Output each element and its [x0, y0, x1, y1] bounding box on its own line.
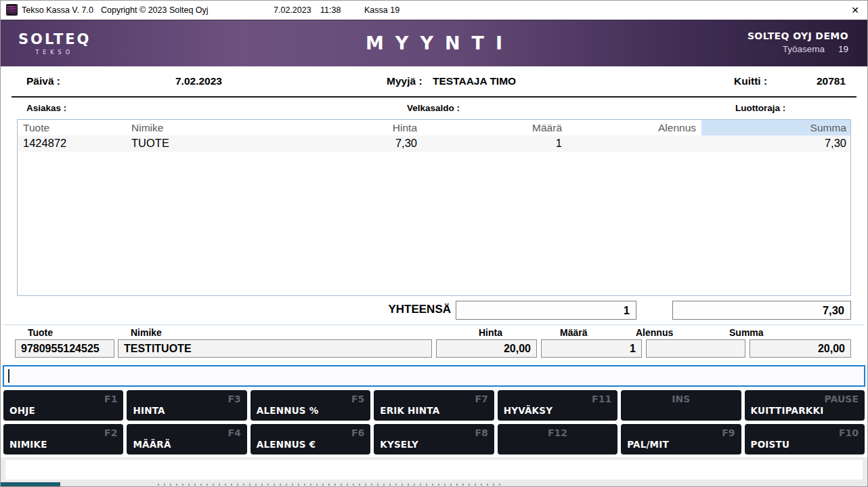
page-title: MYYNTI — [1, 33, 867, 54]
alennus-euro-button[interactable]: ALENNUS € F6 — [251, 424, 370, 454]
total-quantity-box: 1 — [456, 301, 636, 320]
col-header-nimike: Nimike — [126, 120, 297, 135]
background-window-edge — [1, 482, 60, 486]
workstation-label: Työasema — [783, 44, 825, 54]
totals-label: YHTEENSÄ — [380, 303, 451, 316]
app-header: SOLTEQ TEKSO MYYNTI SOLTEQ OYJ DEMO Työa… — [1, 20, 867, 66]
alennus-input[interactable] — [646, 339, 745, 358]
seller-label: Myyjä : — [387, 75, 422, 87]
footer-panel — [5, 460, 863, 480]
company-name: SOLTEQ OYJ DEMO — [747, 30, 848, 41]
erik-hinta-button[interactable]: ERIK HINTA F7 — [374, 390, 494, 421]
window-title: Tekso Kassa V. 7.0 — [22, 5, 93, 15]
col-header-hinta: Hinta — [297, 120, 422, 135]
receipt-label: Kuitti : — [734, 75, 767, 87]
entry-label-hinta: Hinta — [479, 327, 502, 338]
col-header-maara: Määrä — [422, 120, 567, 135]
entry-label-nimike: Nimike — [131, 327, 162, 338]
hinta-input[interactable]: 20,00 — [436, 339, 537, 358]
sale-table-container: Tuote Nimike Hinta Määrä Alennus Summa 1… — [17, 119, 851, 296]
app-window: Tekso Kassa V. 7.0 Copyright © 2023 Solt… — [0, 0, 868, 487]
sale-table-header: Tuote Nimike Hinta Määrä Alennus Summa — [18, 120, 851, 135]
nimike-button[interactable]: NIMIKE F2 — [3, 424, 123, 454]
titlebar-time: 11:38 — [320, 5, 341, 15]
totals-row: YHTEENSÄ 1 7,30 — [1, 296, 867, 324]
alennus-prosentti-button[interactable]: ALENNUS % F5 — [251, 390, 370, 421]
function-key-row-2: NIMIKE F2 MÄÄRÄ F4 ALENNUS € F6 KYSELY F… — [3, 424, 865, 454]
workstation-info: Työasema19 — [747, 44, 848, 54]
hyvaksy-button[interactable]: HYVÄKSY F11 — [498, 390, 617, 421]
kysely-button[interactable]: KYSELY F8 — [374, 424, 494, 454]
cell-maara: 1 — [422, 135, 567, 152]
f12-blank-button[interactable]: F12 — [498, 424, 617, 454]
cell-summa: 7,30 — [701, 135, 851, 152]
titlebar-register: Kassa 19 — [364, 5, 399, 15]
hinta-button[interactable]: HINTA F3 — [127, 390, 246, 421]
seller-value: TESTAAJA TIMO — [433, 75, 516, 87]
footer-area — [1, 457, 867, 482]
balance-label: Velkasaldo : — [407, 103, 460, 113]
table-row[interactable]: 1424872 TUOTE 7,30 1 7,30 — [18, 135, 851, 152]
date-value: 7.02.2023 — [175, 75, 222, 87]
ins-blank-button[interactable]: INS — [621, 390, 741, 421]
cell-alennus — [567, 135, 701, 152]
entry-section: Tuote Nimike Hinta Määrä Alennus Summa 9… — [1, 325, 867, 364]
bottom-edge-strip — [1, 482, 867, 486]
app-icon — [6, 4, 18, 16]
total-sum-box: 7,30 — [672, 301, 851, 320]
entry-label-alennus: Alennus — [636, 327, 673, 338]
cell-nimike: TUOTE — [126, 135, 297, 152]
date-label: Päivä : — [26, 75, 60, 87]
col-header-alennus: Alennus — [567, 120, 701, 135]
poistu-button[interactable]: POISTU F10 — [745, 424, 865, 454]
function-key-row-1: OHJE F1 HINTA F3 ALENNUS % F5 ERIK HINTA… — [3, 390, 865, 421]
customer-label: Asiakas : — [26, 103, 66, 113]
titlebar-date: 7.02.2023 — [274, 5, 311, 15]
cell-tuote: 1424872 — [18, 135, 126, 152]
kuittiparkki-button[interactable]: KUITTIPARKKI PAUSE — [745, 390, 865, 421]
pal-mit-button[interactable]: PAL/MIT F9 — [621, 424, 741, 454]
copyright-text: Copyright © 2023 Solteq Oyj — [101, 5, 209, 15]
info-bar: Päivä : 7.02.2023 Myyjä : TESTAAJA TIMO … — [1, 66, 867, 96]
tuote-input[interactable]: 9780955124525 — [15, 339, 114, 358]
ohje-button[interactable]: OHJE F1 — [3, 390, 123, 421]
entry-label-summa: Summa — [729, 327, 764, 338]
credit-label: Luottoraja : — [735, 103, 785, 113]
workstation-number: 19 — [838, 44, 848, 54]
maara-button[interactable]: MÄÄRÄ F4 — [127, 424, 246, 454]
command-input[interactable] — [3, 365, 865, 387]
header-right: SOLTEQ OYJ DEMO Työasema19 — [747, 30, 848, 54]
close-icon[interactable]: ✕ — [847, 3, 863, 18]
background-window-text-fragment — [158, 484, 502, 486]
sale-table: Tuote Nimike Hinta Määrä Alennus Summa 1… — [18, 120, 851, 152]
entry-label-tuote: Tuote — [28, 327, 53, 338]
titlebar: Tekso Kassa V. 7.0 Copyright © 2023 Solt… — [1, 1, 867, 20]
col-header-summa: Summa — [701, 120, 851, 135]
cell-hinta: 7,30 — [297, 135, 422, 152]
nimike-input[interactable]: TESTITUOTE — [118, 339, 432, 358]
function-key-panel: OHJE F1 HINTA F3 ALENNUS % F5 ERIK HINTA… — [1, 388, 867, 457]
receipt-value: 20781 — [817, 75, 846, 87]
col-header-tuote: Tuote — [18, 120, 126, 135]
maara-input[interactable]: 1 — [541, 339, 642, 358]
summa-input[interactable]: 20,00 — [750, 339, 851, 358]
customer-bar: Asiakas : Velkasaldo : Luottoraja : — [1, 98, 867, 118]
entry-label-maara: Määrä — [560, 327, 587, 338]
text-caret — [8, 369, 9, 383]
